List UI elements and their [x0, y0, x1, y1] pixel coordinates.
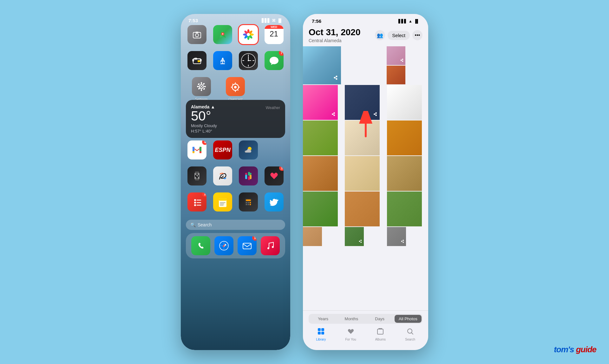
- segment-months[interactable]: Months: [338, 315, 365, 323]
- albums-icon: [377, 328, 384, 337]
- status-time: 7:53: [188, 18, 198, 23]
- widget-app-name: Weather: [266, 104, 280, 110]
- svg-point-100: [272, 246, 274, 248]
- svg-rect-130: [321, 328, 324, 331]
- svg-point-6: [222, 33, 223, 35]
- toms-guide-watermark: tom's guide: [554, 345, 596, 354]
- svg-point-108: [402, 61, 403, 62]
- svg-line-50: [232, 84, 233, 85]
- search-tab-icon: [406, 328, 414, 337]
- svg-rect-133: [377, 329, 383, 334]
- segment-bar: Years Months Days All Photos: [309, 314, 422, 324]
- photo-cell[interactable]: [303, 46, 341, 84]
- photos-tabs: Years Months Days All Photos Library For…: [303, 310, 428, 350]
- svg-point-123: [359, 241, 360, 242]
- photo-cell[interactable]: [345, 192, 380, 226]
- search-label: Search: [198, 222, 212, 227]
- dock-safari[interactable]: [214, 236, 234, 255]
- shared-albums-button[interactable]: 👥: [375, 30, 385, 40]
- svg-point-52: [234, 86, 237, 88]
- app-icon-settings[interactable]: Settings: [186, 77, 217, 101]
- dock-mail[interactable]: 1: [237, 236, 257, 255]
- photo-grid-container: [303, 46, 428, 246]
- svg-point-76: [194, 204, 196, 206]
- photo-cell[interactable]: [345, 85, 380, 120]
- photo-cell[interactable]: [303, 85, 338, 120]
- photo-row-3: [303, 120, 428, 155]
- widget-condition: Mostly Cloudy: [191, 123, 280, 128]
- left-phone: 7:53 ▋▋▋ ⌘ ▐▌ Camera: [181, 14, 290, 350]
- signal-icon-right: ▋▋▋: [398, 19, 407, 23]
- dock-phone[interactable]: [191, 236, 211, 255]
- svg-rect-88: [248, 202, 249, 203]
- svg-point-71: [250, 173, 252, 175]
- photo-cell[interactable]: [303, 192, 338, 226]
- segment-days[interactable]: Days: [366, 315, 393, 323]
- svg-point-112: [333, 112, 335, 114]
- photos-location: Central Alameda: [309, 38, 360, 43]
- tab-library[interactable]: Library: [306, 326, 336, 342]
- svg-rect-18: [198, 60, 200, 62]
- shared-icon: [400, 239, 405, 245]
- svg-point-36: [201, 86, 202, 87]
- svg-line-135: [411, 333, 413, 334]
- battery-icon: ▐▌: [277, 18, 283, 23]
- photo-cell[interactable]: [387, 85, 422, 120]
- svg-point-34: [248, 60, 249, 61]
- svg-line-104: [336, 77, 336, 77]
- svg-line-115: [333, 114, 334, 115]
- photo-row-6: [303, 227, 428, 246]
- photo-cell[interactable]: [387, 192, 422, 226]
- svg-rect-0: [193, 32, 201, 38]
- svg-point-113: [333, 114, 335, 116]
- photo-cell[interactable]: [387, 227, 406, 246]
- shared-icon: [333, 75, 338, 82]
- photo-cell[interactable]: [387, 46, 405, 65]
- photo-cell[interactable]: [303, 156, 338, 191]
- svg-point-74: [194, 199, 196, 201]
- tab-albums[interactable]: Albums: [366, 326, 396, 342]
- svg-rect-2: [195, 32, 199, 33]
- tab-foryou[interactable]: For You: [336, 326, 366, 342]
- svg-rect-40: [204, 86, 206, 87]
- svg-point-103: [336, 78, 337, 80]
- svg-point-118: [376, 114, 377, 116]
- battery-icon-right: ▐▌: [414, 19, 419, 23]
- photo-cell[interactable]: [387, 120, 422, 155]
- photo-cell[interactable]: [345, 156, 380, 191]
- more-button[interactable]: •••: [412, 30, 422, 40]
- svg-rect-86: [246, 199, 251, 201]
- photo-cell[interactable]: [345, 120, 380, 155]
- tab-search[interactable]: Search: [395, 326, 425, 342]
- svg-rect-38: [201, 89, 202, 91]
- svg-rect-129: [318, 328, 321, 331]
- photo-cell[interactable]: [387, 156, 422, 191]
- photo-cell[interactable]: [345, 227, 364, 246]
- tab-library-label: Library: [316, 338, 326, 341]
- segment-all-photos[interactable]: All Photos: [395, 315, 422, 323]
- svg-rect-81: [219, 198, 226, 201]
- photos-date: Oct 31, 2020: [309, 28, 360, 37]
- svg-rect-56: [193, 151, 194, 153]
- photo-cell[interactable]: [303, 227, 322, 246]
- photo-cell[interactable]: [303, 120, 338, 155]
- shared-icon: [331, 112, 336, 118]
- weather-widget[interactable]: Alameda ▲ 50° Weather Mostly Cloudy H:57…: [186, 100, 285, 138]
- photo-cell[interactable]: [387, 66, 405, 84]
- select-button[interactable]: Select: [388, 31, 410, 40]
- svg-point-72: [250, 177, 252, 179]
- shared-icon: [358, 239, 363, 245]
- dock-music[interactable]: [260, 236, 280, 255]
- svg-rect-132: [321, 332, 324, 335]
- app-icon-overcast[interactable]: Overcast: [220, 77, 251, 101]
- svg-line-119: [375, 114, 376, 114]
- segment-years[interactable]: Years: [310, 315, 337, 323]
- status-bar-left: 7:53 ▋▋▋ ⌘ ▐▌: [181, 14, 290, 25]
- status-bar-right: 7:56 ▋▋▋ ▲ ▐▌: [303, 14, 428, 26]
- svg-point-117: [376, 112, 377, 114]
- shared-icon: [373, 112, 378, 118]
- search-bar[interactable]: 🔍 Search: [186, 220, 285, 230]
- photo-row-4: [303, 156, 428, 191]
- svg-point-101: [334, 77, 336, 78]
- guide-text: guide: [576, 345, 596, 354]
